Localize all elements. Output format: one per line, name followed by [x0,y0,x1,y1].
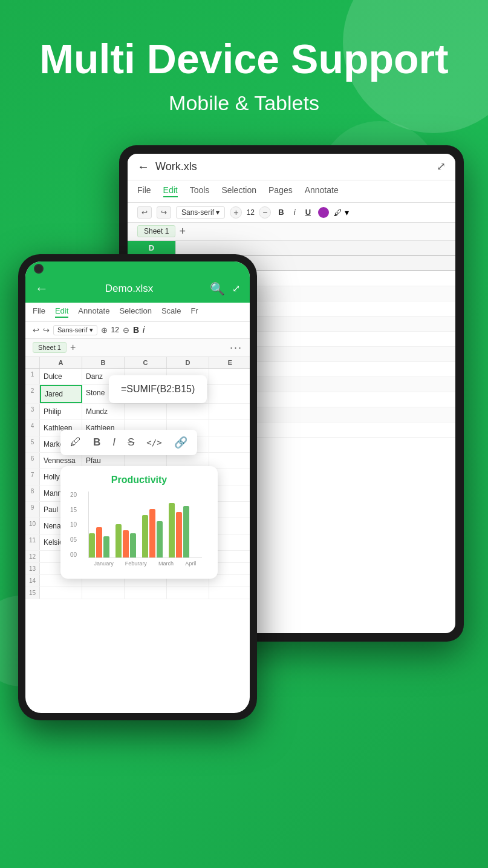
code-tool-btn[interactable]: </> [146,438,161,447]
y-label-15: 15 [70,507,77,513]
row-num-1: 1 [25,369,40,384]
phone-italic-btn[interactable]: i [143,325,145,335]
x-label-feb: Feburary [125,561,147,567]
bold-tool-btn[interactable]: B [93,436,100,449]
format-toolbar-popup: 🖊 B I S </> 🔗 [60,430,197,455]
row-num-header [25,357,40,368]
cell-15-D[interactable] [167,587,209,599]
tablet-menu-selection[interactable]: Selection [221,185,256,197]
cell-3-A[interactable]: Philip [40,404,82,419]
font-selector[interactable]: Sans-serif ▾ [176,206,225,219]
phone-menu-scale[interactable]: Scale [161,306,181,318]
cell-15-B[interactable] [82,587,125,599]
phone-menu-annotate[interactable]: Annotate [78,306,109,318]
redo-button[interactable]: ↪ [157,206,171,219]
font-size-value: 12 [244,208,256,217]
cell-3-B[interactable]: Mundz [82,404,125,419]
bar-apr-1 [169,503,175,557]
font-size-control: + 12 − [230,206,271,219]
bar-apr-3 [183,506,189,557]
phone-col-C: C [125,357,167,368]
phone-filename: Demo.xlsx [105,283,153,295]
phone-menu-selection[interactable]: Selection [119,306,151,318]
phone-redo-btn[interactable]: ↪ [43,326,50,335]
phone-back-icon[interactable]: ← [35,281,48,297]
bold-button[interactable]: B [276,206,286,218]
phone-sheets-bar: Sheet 1 + ··· [25,339,250,357]
text-color-picker[interactable] [318,207,329,218]
row-num-12: 12 [25,551,40,562]
bar-mar-1 [142,515,148,557]
bar-apr-2 [176,512,182,557]
chart-y-labels: 20 15 10 05 00 [70,492,77,558]
phone-expand-icon[interactable]: ⤢ [232,283,240,294]
cell-3-D[interactable] [167,404,209,419]
italic-tool-btn[interactable]: I [112,436,115,449]
phone-undo-btn[interactable]: ↩ [33,326,39,335]
italic-button[interactable]: i [291,206,298,218]
formula-text: =SUMIF(B2:B15) [121,384,195,394]
chart-bars [88,492,202,558]
phone-more-btn[interactable]: ··· [230,341,242,354]
tablet-back-icon[interactable]: ← [137,160,149,174]
tablet-menu-pages[interactable]: Pages [268,185,293,197]
tablet-menu-file[interactable]: File [137,185,151,197]
row-num-14: 14 [25,575,40,587]
phone-menu-edit[interactable]: Edit [55,306,68,318]
bar-mar-2 [149,509,155,557]
cell-3-C[interactable] [125,404,167,419]
bar-feb-1 [115,524,122,557]
phone-bold-btn[interactable]: B [133,325,139,335]
table-row: 15 [25,587,250,599]
link-tool-btn[interactable]: 🔗 [174,436,187,449]
tablet-menu-edit[interactable]: Edit [163,185,178,197]
phone-col-A: A [40,357,82,368]
chart-popup: Productivity 20 15 10 05 00 [60,466,218,579]
font-size-plus[interactable]: + [230,206,242,219]
phone-sheet-tab[interactable]: Sheet 1 [33,342,67,353]
phone-menu-fr[interactable]: Fr [190,306,198,318]
devices-showcase: ← Work.xls ⤢ File Edit Tools Selection P… [0,145,488,738]
phone-menu-file[interactable]: File [33,306,45,318]
pencil-color-btn[interactable]: 🖊 ▾ [334,208,349,217]
cell-2-A[interactable]: Jared [40,385,82,403]
cell-15-A[interactable] [40,587,82,599]
undo-button[interactable]: ↩ [137,206,152,219]
cell-1-A[interactable]: Dulce [40,369,82,384]
hero-subtitle: Mobile & Tablets [169,91,319,115]
cell-15-C[interactable] [125,587,167,599]
phone-col-B: B [82,357,125,368]
phone-font-minus[interactable]: ⊖ [123,326,129,335]
tablet-title-bar: ← Work.xls [137,160,197,174]
underline-button[interactable]: U [303,206,313,218]
phone-font-selector[interactable]: Sans-serif ▾ [53,325,97,335]
phone-col-D: D [167,357,209,368]
x-label-apr: April [185,561,196,567]
add-sheet-btn[interactable]: + [179,225,186,238]
row-num-5: 5 [25,436,40,452]
tablet-expand-icon[interactable]: ⤢ [437,160,446,173]
y-label-10: 10 [70,521,77,528]
table-row: 3 Philip Mundz [25,404,250,420]
bar-group-mar [142,509,163,557]
bar-group-feb [115,524,136,557]
highlight-tool-btn[interactable]: 🖊 [70,436,81,449]
phone-search-icon[interactable]: 🔍 [210,281,225,296]
y-label-20: 20 [70,492,77,498]
phone-menu-bar: File Edit Annotate Selection Scale Fr [25,303,250,322]
sheet-tab-1[interactable]: Sheet 1 [137,225,175,237]
phone-font-plus[interactable]: ⊕ [101,326,108,335]
phone-header: ← Demo.xlsx 🔍 ⤢ [25,261,250,303]
tablet-menu-annotate[interactable]: Annotate [305,185,339,197]
bar-mar-3 [157,521,163,557]
strikethrough-tool-btn[interactable]: S [128,436,134,449]
chart-area: 20 15 10 05 00 [70,492,208,570]
formula-popup: =SUMIF(B2:B15) [109,375,207,403]
bar-feb-2 [123,530,129,557]
bar-jan-3 [103,536,109,557]
phone-col-header-row: A B C D E [25,357,250,369]
font-size-minus[interactable]: − [259,206,271,219]
tablet-menu-tools[interactable]: Tools [190,185,210,197]
row-num-6: 6 [25,453,40,469]
phone-add-sheet[interactable]: + [70,342,76,353]
